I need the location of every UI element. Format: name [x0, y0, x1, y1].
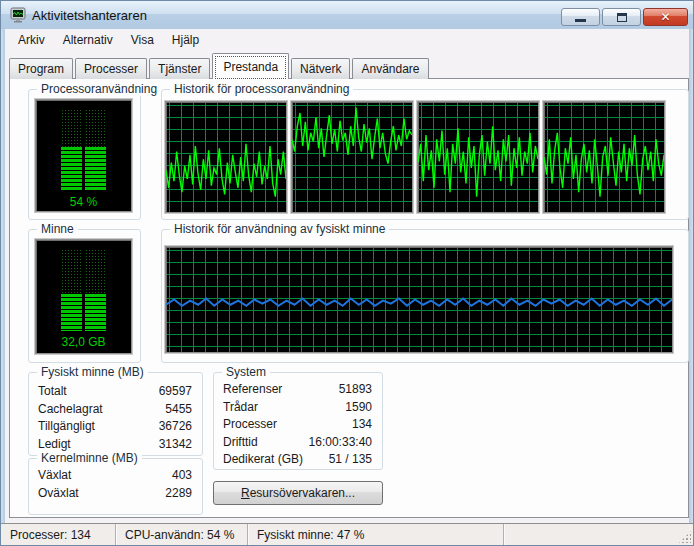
- memory-meter: 32,0 GB: [35, 239, 132, 354]
- status-panel-empty: [504, 524, 693, 545]
- title-bar: Aktivitetshanteraren ✕: [1, 1, 693, 29]
- tab-användare[interactable]: Användare: [352, 58, 428, 79]
- memory-value: 32,0 GB: [61, 335, 105, 349]
- stat-label: Referenser: [223, 382, 282, 398]
- cpu-usage-meter: 54 %: [35, 99, 132, 212]
- stat-value: 16:00:33:40: [309, 435, 372, 451]
- stat-value: 2289: [165, 486, 192, 502]
- tab-prestanda[interactable]: Prestanda: [212, 53, 289, 79]
- minimize-icon: [575, 19, 586, 22]
- stat-row: Växlat403: [30, 467, 201, 485]
- tab-strip: ProgramProcesserTjänsterPrestandaNätverk…: [9, 53, 431, 79]
- stat-label: Trådar: [223, 400, 258, 416]
- stat-row: Tillgängligt36726: [30, 418, 201, 436]
- stat-row: Dedikerat (GB)51 / 135: [215, 451, 381, 469]
- cpu-usage-group: Processoranvändning 54 %: [28, 89, 141, 220]
- stat-value: 31342: [159, 437, 192, 453]
- stat-label: Växlat: [38, 468, 71, 484]
- stat-row: Referenser51893: [215, 381, 381, 399]
- maximize-button[interactable]: [602, 8, 641, 26]
- stat-row: Totalt69597: [30, 383, 201, 401]
- stat-value: 5455: [165, 402, 192, 418]
- stat-row: Oväxlat2289: [30, 485, 201, 503]
- cpu-history-graph-2: [291, 101, 413, 213]
- maximize-icon: [617, 13, 627, 22]
- tab-processer[interactable]: Processer: [75, 58, 147, 79]
- stat-label: Oväxlat: [38, 486, 79, 502]
- kernel-memory-group: Kernelminne (MB) Växlat403Oväxlat2289: [28, 458, 203, 515]
- cpu-history-graph-4: [543, 101, 665, 213]
- physical-memory-group-label: Fysiskt minne (MB): [37, 365, 148, 379]
- resize-grip[interactable]: [679, 531, 691, 543]
- stat-row: Trådar1590: [215, 399, 381, 417]
- kernel-memory-group-label: Kernelminne (MB): [37, 451, 142, 465]
- stat-value: 403: [172, 468, 192, 484]
- stat-value: 134: [352, 417, 372, 433]
- memory-group-label: Minne: [37, 222, 78, 236]
- status-bar: Processer: 134CPU-användn: 54 %Fysiskt m…: [1, 523, 693, 545]
- stat-label: Tillgängligt: [38, 419, 95, 435]
- memory-history-graph: [165, 246, 673, 353]
- stat-label: Ledigt: [38, 437, 71, 453]
- physical-memory-group: Fysiskt minne (MB) Totalt69597Cachelagra…: [28, 372, 203, 456]
- stat-label: Processer: [223, 417, 277, 433]
- menu-item-arkiv[interactable]: Arkiv: [9, 30, 54, 50]
- stat-row: Cachelagrat5455: [30, 401, 201, 419]
- tab-tjänster[interactable]: Tjänster: [149, 58, 210, 79]
- window-title: Aktivitetshanteraren: [32, 8, 147, 23]
- cpu-usage-group-label: Processoranvändning: [37, 82, 161, 96]
- stat-row: Processer134: [215, 416, 381, 434]
- system-group-label: System: [222, 365, 270, 379]
- memory-history-group: Historik för användning av fysiskt minne: [161, 229, 689, 363]
- tab-nätverk[interactable]: Nätverk: [291, 58, 350, 79]
- status-panel: CPU-användn: 54 %: [116, 524, 248, 545]
- minimize-button[interactable]: [561, 8, 600, 26]
- system-group: System Referenser51893Trådar1590Processe…: [213, 372, 383, 470]
- task-manager-window: Aktivitetshanteraren ✕ ArkivAlternativVi…: [0, 0, 694, 546]
- menu-bar: ArkivAlternativVisaHjälp: [5, 29, 689, 51]
- stat-label: Dedikerat (GB): [223, 452, 303, 468]
- cpu-usage-value: 54 %: [70, 195, 97, 209]
- close-button[interactable]: ✕: [643, 8, 688, 26]
- menu-item-hjälp[interactable]: Hjälp: [163, 30, 208, 50]
- window-frame-right: [689, 29, 693, 545]
- tab-program[interactable]: Program: [9, 58, 73, 79]
- menu-item-alternativ[interactable]: Alternativ: [54, 30, 122, 50]
- memory-history-group-label: Historik för användning av fysiskt minne: [170, 222, 389, 236]
- app-icon: [10, 7, 26, 23]
- stat-value: 69597: [159, 384, 192, 400]
- status-panel: Fysiskt minne: 47 %: [248, 524, 504, 545]
- stat-row: Drifttid16:00:33:40: [215, 434, 381, 452]
- stat-label: Totalt: [38, 384, 67, 400]
- memory-group: Minne 32,0 GB: [28, 229, 141, 363]
- cpu-history-graph-1: [165, 101, 287, 213]
- cpu-history-group-label: Historik för processoranvändning: [170, 82, 353, 96]
- stat-label: Cachelagrat: [38, 402, 103, 418]
- stat-value: 51 / 135: [329, 452, 372, 468]
- stat-label: Drifttid: [223, 435, 258, 451]
- stat-value: 36726: [159, 419, 192, 435]
- cpu-history-group: Historik för processoranvändning: [161, 89, 689, 220]
- status-panel: Processer: 134: [1, 524, 116, 545]
- stat-value: 1590: [345, 400, 372, 416]
- cpu-history-graph-3: [417, 101, 539, 213]
- close-icon: ✕: [660, 11, 670, 23]
- window-frame-left: [1, 29, 5, 545]
- stat-value: 51893: [339, 382, 372, 398]
- menu-item-visa[interactable]: Visa: [122, 30, 163, 50]
- resource-monitor-button[interactable]: Resursövervakaren...: [213, 481, 383, 505]
